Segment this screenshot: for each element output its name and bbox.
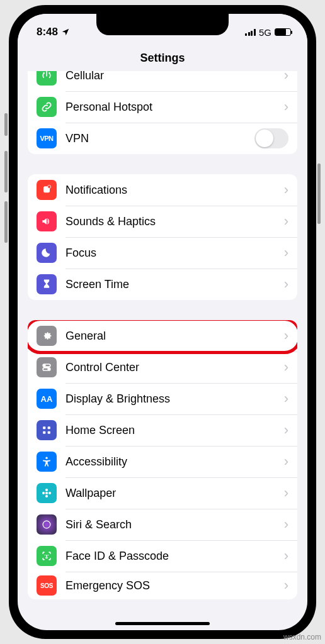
- chevron-right-icon: ›: [284, 359, 288, 375]
- watermark: wsxdn.com: [283, 633, 321, 641]
- antenna-icon: [37, 71, 57, 86]
- svg-rect-8: [43, 431, 45, 434]
- chevron-right-icon: ›: [284, 548, 288, 564]
- row-label: Siri & Search: [66, 518, 284, 531]
- row-emergency-sos[interactable]: SOS Emergency SOS ›: [28, 572, 297, 599]
- text-size-icon: AA: [37, 389, 57, 409]
- row-wallpaper[interactable]: Wallpaper ›: [28, 477, 297, 509]
- chevron-right-icon: ›: [284, 577, 288, 594]
- chevron-right-icon: ›: [284, 453, 288, 470]
- notch: [96, 14, 229, 35]
- row-screen-time[interactable]: Screen Time ›: [28, 269, 297, 300]
- svg-point-10: [45, 457, 47, 459]
- chevron-right-icon: ›: [284, 71, 288, 84]
- row-control-center[interactable]: Control Center ›: [28, 352, 297, 383]
- row-display[interactable]: AA Display & Brightness ›: [28, 383, 297, 414]
- link-icon: [37, 97, 57, 117]
- row-cellular[interactable]: Cellular ›: [28, 71, 297, 91]
- row-label: Emergency SOS: [66, 579, 284, 592]
- row-label: Wallpaper: [66, 487, 284, 500]
- moon-icon: [37, 243, 57, 263]
- network-label: 5G: [259, 27, 271, 38]
- row-label: Face ID & Passcode: [66, 550, 284, 563]
- chevron-right-icon: ›: [284, 182, 288, 198]
- location-icon: [61, 28, 70, 36]
- siri-icon: [37, 514, 57, 535]
- settings-group-connectivity: Cellular › Personal Hotspot › VPN VPN: [28, 71, 297, 154]
- row-general[interactable]: General ›: [28, 320, 297, 352]
- chevron-right-icon: ›: [284, 516, 288, 533]
- row-faceid[interactable]: Face ID & Passcode ›: [28, 540, 297, 572]
- svg-point-13: [45, 495, 48, 497]
- battery-icon: [275, 28, 291, 36]
- row-label: Display & Brightness: [66, 392, 284, 406]
- row-accessibility[interactable]: Accessibility ›: [28, 446, 297, 477]
- svg-point-15: [48, 492, 51, 494]
- switches-icon: [37, 357, 57, 377]
- flower-icon: [37, 483, 57, 503]
- row-label: VPN: [66, 132, 254, 145]
- chevron-right-icon: ›: [284, 276, 288, 292]
- row-label: Cellular: [66, 71, 284, 82]
- chevron-right-icon: ›: [284, 391, 288, 407]
- chevron-right-icon: ›: [284, 328, 288, 344]
- settings-list[interactable]: Cellular › Personal Hotspot › VPN VPN: [18, 71, 307, 630]
- row-siri[interactable]: Siri & Search ›: [28, 509, 297, 540]
- svg-point-5: [48, 369, 50, 370]
- phone-frame: 8:48 5G Settings Cellular ›: [9, 5, 316, 639]
- svg-rect-6: [43, 426, 45, 429]
- chevron-right-icon: ›: [284, 485, 288, 501]
- faceid-icon: [37, 546, 57, 566]
- row-label: Notifications: [66, 184, 284, 197]
- gear-icon: [37, 326, 57, 346]
- svg-rect-9: [48, 431, 50, 434]
- row-label: Focus: [66, 247, 284, 260]
- svg-point-14: [42, 492, 45, 494]
- grid-icon: [37, 420, 57, 440]
- vpn-icon: VPN: [37, 128, 57, 148]
- chevron-right-icon: ›: [284, 213, 288, 230]
- row-sounds[interactable]: Sounds & Haptics ›: [28, 206, 297, 237]
- row-vpn[interactable]: VPN VPN: [28, 123, 297, 154]
- row-label: Sounds & Haptics: [66, 215, 284, 228]
- settings-group-notifications: Notifications › Sounds & Haptics › Focus…: [28, 174, 297, 300]
- svg-rect-7: [48, 426, 50, 429]
- status-time: 8:48: [37, 26, 58, 38]
- signal-icon: [245, 29, 256, 36]
- row-notifications[interactable]: Notifications ›: [28, 174, 297, 206]
- accessibility-icon: [37, 452, 57, 472]
- row-personal-hotspot[interactable]: Personal Hotspot ›: [28, 91, 297, 123]
- settings-group-general: General › Control Center › AA Display & …: [28, 320, 297, 599]
- screen: 8:48 5G Settings Cellular ›: [18, 14, 307, 630]
- row-home-screen[interactable]: Home Screen ›: [28, 414, 297, 446]
- row-label: Screen Time: [66, 278, 284, 291]
- row-label: Personal Hotspot: [66, 101, 284, 114]
- svg-point-1: [48, 186, 51, 189]
- row-focus[interactable]: Focus ›: [28, 237, 297, 269]
- svg-point-11: [45, 492, 48, 494]
- speaker-icon: [37, 211, 57, 231]
- row-label: Home Screen: [66, 424, 284, 437]
- row-label: General: [66, 330, 284, 343]
- vpn-toggle[interactable]: [254, 128, 288, 148]
- svg-point-4: [43, 365, 45, 367]
- sos-icon: SOS: [37, 575, 57, 596]
- page-title: Settings: [18, 44, 307, 71]
- hourglass-icon: [37, 274, 57, 294]
- svg-point-16: [43, 521, 50, 528]
- row-label: Accessibility: [66, 455, 284, 469]
- bell-icon: [37, 180, 57, 200]
- home-indicator[interactable]: [115, 622, 210, 625]
- row-label: Control Center: [66, 361, 284, 374]
- chevron-right-icon: ›: [284, 245, 288, 261]
- chevron-right-icon: ›: [284, 99, 288, 115]
- svg-point-12: [45, 489, 48, 491]
- chevron-right-icon: ›: [284, 422, 288, 438]
